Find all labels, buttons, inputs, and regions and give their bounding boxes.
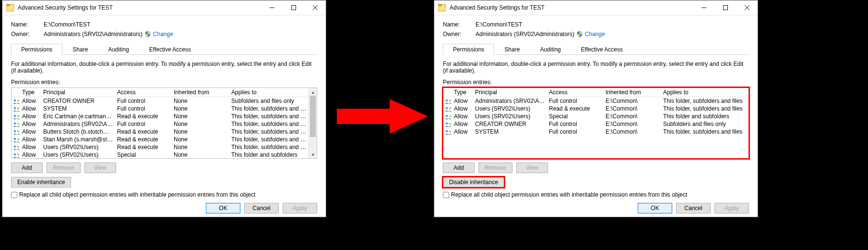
minimize-button[interactable]	[693, 0, 714, 15]
disable-inheritance-button[interactable]: Disable inheritance	[443, 177, 504, 188]
col-principal[interactable]: Principal	[41, 88, 115, 97]
tab-share[interactable]: Share	[62, 44, 98, 55]
cancel-button[interactable]: Cancel	[244, 203, 279, 213]
cell-type: Allow	[20, 112, 41, 120]
principal-icon	[445, 99, 452, 104]
cell-access: Full control	[115, 105, 172, 112]
tab-auditing[interactable]: Auditing	[98, 44, 139, 55]
maximize-button[interactable]	[283, 0, 304, 15]
titlebar[interactable]: Advanced Security Settings for TEST	[2, 0, 326, 15]
table-row[interactable]: AllowCREATOR OWNERFull controlNoneSubfol…	[12, 97, 317, 105]
view-button[interactable]: View	[516, 162, 548, 173]
replace-children-label: Replace all child object permission entr…	[451, 191, 687, 198]
tab-permissions[interactable]: Permissions	[11, 44, 62, 55]
tab-effective-access[interactable]: Effective Access	[571, 44, 633, 55]
col-access[interactable]: Access	[115, 88, 172, 97]
tab-effective-access[interactable]: Effective Access	[139, 44, 201, 55]
scroll-thumb[interactable]	[310, 96, 316, 137]
cell-principal: Stan Marsh (s.marsh@std.loc...	[41, 136, 115, 143]
col-inherited[interactable]: Inherited from	[604, 88, 661, 97]
owner-value: Administrators (SRV02\Administrators)	[44, 31, 143, 38]
cell-principal: CREATOR OWNER	[473, 120, 547, 128]
change-owner-link[interactable]: Change	[585, 31, 605, 38]
principal-icon	[13, 99, 20, 104]
remove-button[interactable]: Remove	[478, 162, 512, 173]
table-row[interactable]: AllowButters Stotch (b.stotch@st...Read …	[12, 128, 317, 136]
replace-children-checkbox[interactable]	[11, 192, 17, 198]
table-row[interactable]: AllowAdministrators (SRV02\Admin...Full …	[443, 97, 749, 105]
close-button[interactable]	[304, 0, 326, 15]
scroll-up-icon[interactable]: ▴	[309, 88, 317, 96]
ok-button[interactable]: OK	[638, 203, 672, 213]
scroll-down-icon[interactable]: ▾	[309, 150, 317, 158]
permission-entries-list[interactable]: Type Principal Access Inherited from App…	[11, 88, 317, 159]
col-type[interactable]: Type	[20, 88, 41, 97]
tab-permissions[interactable]: Permissions	[443, 44, 494, 55]
table-row[interactable]: AllowUsers (SRV02\Users)SpecialE:\Common…	[443, 112, 749, 120]
table-row[interactable]: AllowUsers (SRV02\Users)Read & executeE:…	[443, 105, 749, 112]
cell-applies: This folder, subfolders and files	[229, 143, 309, 151]
scrollbar[interactable]: ▴ ▾	[309, 88, 317, 158]
tab-auditing[interactable]: Auditing	[530, 44, 571, 55]
add-button[interactable]: Add	[11, 162, 43, 173]
maximize-button[interactable]	[714, 0, 736, 15]
table-row[interactable]: AllowAdministrators (SRV02\Admi...Full c…	[12, 120, 317, 128]
cell-access: Read & execute	[547, 105, 604, 112]
svg-point-7	[17, 107, 19, 109]
remove-button[interactable]: Remove	[47, 162, 81, 173]
cell-type: Allow	[20, 97, 41, 105]
svg-point-27	[449, 107, 451, 109]
cell-principal: SYSTEM	[473, 128, 547, 136]
ok-button[interactable]: OK	[206, 203, 240, 213]
col-applies[interactable]: Applies to	[661, 88, 749, 97]
col-applies[interactable]: Applies to	[229, 88, 309, 97]
change-owner-link[interactable]: Change	[153, 31, 173, 38]
cell-principal: Users (SRV02\Users)	[41, 143, 115, 151]
cell-applies: This folder, subfolders and files	[229, 136, 309, 143]
cancel-button[interactable]: Cancel	[676, 203, 711, 213]
table-row[interactable]: AllowEric Cartman (e.cartman@st...Read &…	[12, 112, 317, 120]
col-access[interactable]: Access	[547, 88, 604, 97]
tab-strip: Permissions Share Auditing Effective Acc…	[443, 43, 749, 55]
col-type[interactable]: Type	[452, 88, 473, 97]
principal-icon	[13, 122, 20, 127]
info-text: For additional information, double-click…	[11, 61, 317, 74]
cell-access: Special	[115, 151, 172, 159]
folder-icon	[6, 4, 14, 12]
permission-entries-list[interactable]: Type Principal Access Inherited from App…	[443, 88, 749, 159]
security-dialog-after: Advanced Security Settings for TEST Name…	[434, 0, 758, 217]
table-row[interactable]: AllowSYSTEMFull controlNoneThis folder, …	[12, 105, 317, 112]
cell-applies: This folder, subfolders and files	[229, 120, 309, 128]
apply-button[interactable]: Apply	[283, 203, 317, 213]
svg-point-24	[446, 99, 448, 101]
window-title: Advanced Security Settings for TEST	[17, 4, 261, 11]
cell-access: Full control	[547, 97, 604, 105]
view-button[interactable]: View	[84, 162, 116, 173]
cell-inherited: None	[172, 105, 229, 112]
col-principal[interactable]: Principal	[473, 88, 547, 97]
tab-share[interactable]: Share	[494, 44, 530, 55]
shield-icon	[144, 31, 151, 38]
cell-type: Allow	[20, 151, 41, 159]
principal-icon	[13, 153, 20, 158]
replace-children-checkbox[interactable]	[443, 192, 449, 198]
cell-applies: This folder, subfolders and files	[229, 105, 309, 112]
minimize-button[interactable]	[261, 0, 283, 15]
apply-button[interactable]: Apply	[714, 203, 749, 213]
svg-point-25	[449, 100, 451, 101]
svg-point-12	[14, 130, 16, 132]
titlebar[interactable]: Advanced Security Settings for TEST	[434, 0, 758, 15]
table-row[interactable]: AllowUsers (SRV02\Users)Read & executeNo…	[12, 143, 317, 151]
table-row[interactable]: AllowSYSTEMFull controlE:\Common\This fo…	[443, 128, 749, 136]
enable-inheritance-button[interactable]: Enable inheritance	[11, 177, 71, 188]
cell-applies: This folder, subfolders and files	[661, 97, 749, 105]
principal-icon	[445, 122, 452, 127]
table-row[interactable]: AllowCREATOR OWNERFull controlE:\Common\…	[443, 120, 749, 128]
col-inherited[interactable]: Inherited from	[172, 88, 229, 97]
table-row[interactable]: AllowStan Marsh (s.marsh@std.loc...Read …	[12, 136, 317, 143]
close-button[interactable]	[736, 0, 758, 15]
add-button[interactable]: Add	[443, 162, 475, 173]
table-row[interactable]: AllowUsers (SRV02\Users)SpecialNoneThis …	[12, 151, 317, 159]
svg-point-9	[17, 115, 19, 117]
cell-applies: This folder and subfolders	[661, 112, 749, 120]
